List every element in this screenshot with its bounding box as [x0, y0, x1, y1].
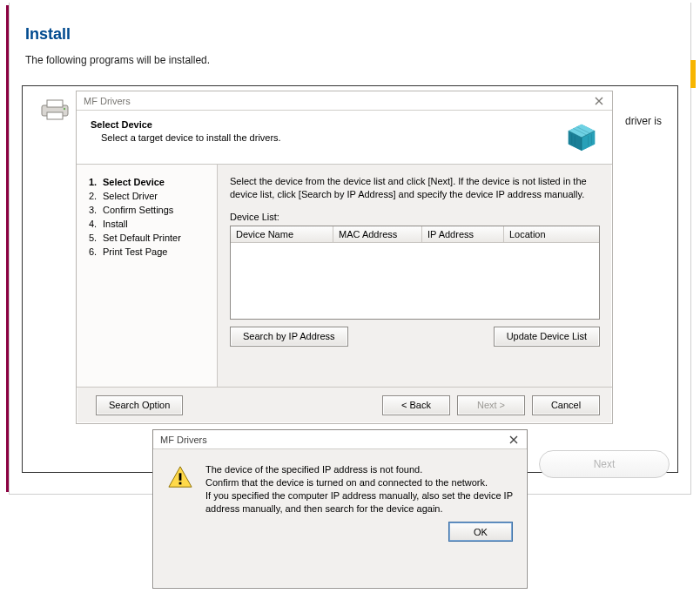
wizard-main-panel: Select the device from the device list a… — [218, 165, 612, 388]
dialog-window-title: MF Drivers — [160, 435, 207, 445]
back-button[interactable]: < Back — [382, 395, 450, 415]
dialog-message: The device of the specified IP address i… — [205, 463, 513, 515]
page-subtitle: The following programs will be installed… — [25, 54, 690, 66]
device-list-table[interactable]: Device Name MAC Address IP Address Locat… — [230, 226, 600, 320]
instruction-text: Select the device from the device list a… — [230, 175, 600, 201]
step-label: Print Test Page — [103, 246, 167, 257]
page-title: Install — [25, 25, 690, 44]
step-select-driver: 2.Select Driver — [89, 191, 210, 201]
col-device-name[interactable]: Device Name — [231, 226, 333, 242]
close-icon[interactable] — [591, 94, 607, 108]
cancel-button[interactable]: Cancel — [532, 395, 600, 415]
step-select-device: 1.Select Device — [89, 177, 210, 187]
search-option-button[interactable]: Search Option — [96, 395, 183, 415]
step-label: Set Default Printer — [103, 233, 181, 243]
next-button: Next > — [457, 395, 525, 415]
svg-point-3 — [64, 108, 65, 110]
col-ip-address[interactable]: IP Address — [422, 226, 504, 242]
step-print-test-page: 6.Print Test Page — [89, 246, 210, 257]
svg-rect-2 — [47, 112, 63, 119]
wizard-step-title: Select Device — [91, 119, 565, 130]
step-confirm-settings: 3.Confirm Settings — [89, 205, 210, 215]
decoration — [690, 60, 696, 88]
step-label: Select Device — [103, 177, 165, 187]
error-dialog: MF Drivers The device of the specified I… — [152, 429, 528, 589]
wizard-header: Select Device Select a target device to … — [77, 111, 612, 165]
dialog-titlebar: MF Drivers — [153, 430, 527, 449]
device-list-label: Device List: — [230, 212, 600, 222]
wizard-window-title: MF Drivers — [84, 96, 131, 106]
wizard-step-subtitle: Select a target device to install the dr… — [101, 132, 565, 143]
svg-rect-9 — [179, 473, 182, 480]
wizard-step-list: 1.Select Device 2.Select Driver 3.Confir… — [77, 165, 218, 388]
step-install: 4.Install — [89, 219, 210, 229]
step-label: Select Driver — [103, 191, 158, 201]
svg-rect-1 — [47, 100, 63, 107]
step-label: Confirm Settings — [103, 205, 173, 215]
ok-button[interactable]: OK — [448, 522, 513, 542]
wizard-footer: Search Option < Back Next > Cancel — [77, 388, 612, 422]
svg-rect-10 — [179, 482, 182, 485]
wizard-titlebar: MF Drivers — [77, 91, 612, 111]
table-header: Device Name MAC Address IP Address Locat… — [231, 226, 599, 243]
step-label: Install — [103, 219, 128, 229]
printer-icon — [40, 98, 71, 121]
col-location[interactable]: Location — [504, 226, 599, 242]
update-device-list-button[interactable]: Update Device List — [494, 327, 600, 347]
close-icon[interactable] — [506, 433, 522, 447]
driver-wizard-window: MF Drivers Select Device Select a target… — [76, 91, 613, 424]
truncated-text: driver is — [625, 115, 662, 127]
step-set-default-printer: 5.Set Default Printer — [89, 233, 210, 243]
col-mac-address[interactable]: MAC Address — [333, 226, 422, 242]
search-by-ip-button[interactable]: Search by IP Address — [230, 327, 348, 347]
installer-next-button[interactable]: Next — [539, 450, 670, 478]
warning-icon — [167, 465, 193, 489]
driver-package-icon — [565, 119, 598, 152]
